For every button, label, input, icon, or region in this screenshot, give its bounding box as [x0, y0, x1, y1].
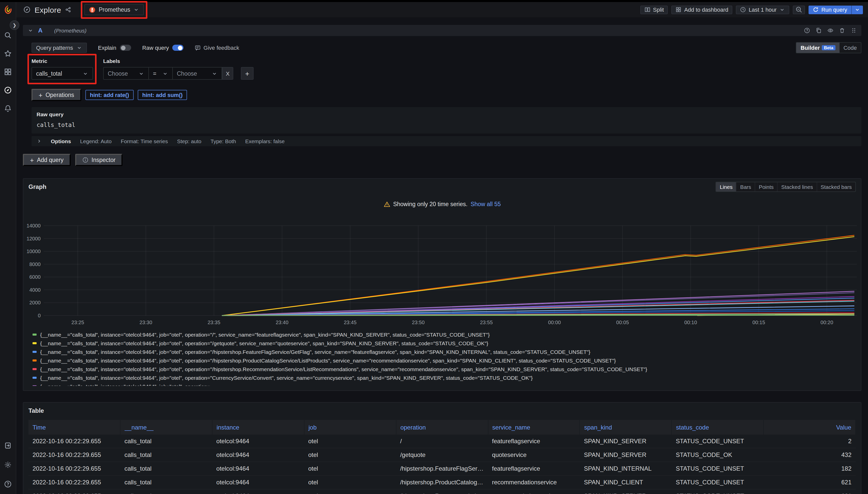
- column-header-instance[interactable]: instance: [212, 420, 304, 435]
- legend-item[interactable]: {__name__="calls_total", instance="otelc…: [33, 382, 856, 386]
- sidebar-expand-button[interactable]: ❯: [10, 20, 19, 30]
- cell-span-kind: SPAN_KIND_INTERNAL: [580, 462, 672, 475]
- grafana-logo-icon[interactable]: [3, 4, 13, 15]
- share-icon[interactable]: [65, 6, 71, 13]
- cell-status-code: STATUS_CODE_UNSET: [672, 475, 764, 489]
- run-query-button[interactable]: Run query: [809, 5, 863, 14]
- legend-item[interactable]: {__name__="calls_total", instance="otelc…: [33, 373, 856, 382]
- run-query-main[interactable]: Run query: [809, 5, 851, 14]
- run-query-dropdown[interactable]: [851, 5, 863, 14]
- graph-mode-points[interactable]: Points: [755, 182, 778, 191]
- column-header-span-kind[interactable]: span_kind: [580, 420, 672, 435]
- add-to-dashboard-button[interactable]: Add to dashboard: [672, 5, 733, 14]
- y-axis-label: 10000: [26, 248, 41, 254]
- tab-builder[interactable]: Builder Beta: [797, 43, 839, 53]
- hint-add-sum-button[interactable]: hint: add sum(): [138, 90, 187, 100]
- legend-color-swatch: [33, 368, 37, 370]
- graph-mode-bars[interactable]: Bars: [737, 182, 755, 191]
- chevron-down-icon: [82, 70, 88, 76]
- query-patterns-button[interactable]: Query patterns: [32, 43, 87, 53]
- series-limit-warning: Showing only 20 time series. Show all 55: [29, 200, 856, 208]
- add-label-button[interactable]: +: [241, 67, 254, 80]
- legend-item[interactable]: {__name__="calls_total", instance="otelc…: [33, 339, 856, 347]
- operations-label: Operations: [46, 92, 74, 98]
- cell-status-code: STATUS_CODE_UNSET: [672, 489, 764, 494]
- sign-in-icon[interactable]: [4, 442, 12, 449]
- help-icon[interactable]: [4, 480, 12, 488]
- table-body: 2022-10-16 00:22:29.655calls_totalotelco…: [29, 435, 855, 494]
- query-row-header[interactable]: A (Prometheus): [23, 25, 862, 36]
- add-operation-button[interactable]: + Operations: [32, 89, 81, 101]
- table-row: 2022-10-16 00:22:29.655calls_totalotelco…: [29, 489, 855, 494]
- column-header-operation[interactable]: operation: [396, 420, 488, 435]
- metric-block: Metric calls_total: [32, 58, 93, 80]
- add-to-dashboard-label: Add to dashboard: [684, 6, 728, 13]
- collapse-chevron-icon[interactable]: [28, 27, 34, 34]
- sidebar-nav: [4, 32, 12, 112]
- column-header-status-code[interactable]: status_code: [672, 420, 764, 435]
- remove-label-button[interactable]: X: [222, 67, 233, 80]
- add-query-button[interactable]: + Add query: [23, 154, 71, 166]
- legend-item[interactable]: {__name__="calls_total", instance="otelc…: [33, 347, 856, 356]
- datasource-picker[interactable]: Prometheus: [85, 4, 144, 15]
- legend-item[interactable]: {__name__="calls_total", instance="otelc…: [33, 356, 856, 364]
- column-header-value[interactable]: Value: [763, 420, 855, 435]
- query-row-actions: [804, 27, 857, 34]
- tab-code[interactable]: Code: [839, 43, 861, 53]
- plus-icon: +: [30, 156, 34, 164]
- legend-item[interactable]: {__name__="calls_total", instance="otelc…: [33, 330, 856, 339]
- drag-handle-icon[interactable]: [851, 27, 857, 34]
- show-all-series-link[interactable]: Show all 55: [471, 201, 501, 207]
- graph-mode-lines[interactable]: Lines: [716, 182, 737, 191]
- chart-series-line[interactable]: [222, 315, 854, 316]
- column-header--name-[interactable]: __name__: [121, 420, 213, 435]
- settings-gear-icon[interactable]: [4, 461, 12, 469]
- y-axis-label: 2000: [30, 300, 41, 305]
- graph-mode-stacked-lines[interactable]: Stacked lines: [778, 182, 817, 191]
- metric-select[interactable]: calls_total: [32, 67, 93, 80]
- star-icon[interactable]: [4, 50, 12, 57]
- zoom-out-button[interactable]: [793, 5, 805, 14]
- explain-toggle[interactable]: [120, 45, 131, 51]
- explore-toolbar: Explore Prometheus Split A: [16, 2, 868, 17]
- remove-query-trash-icon[interactable]: [839, 27, 845, 34]
- give-feedback-link[interactable]: Give feedback: [195, 45, 239, 51]
- legend-item[interactable]: {__name__="calls_total", instance="otelc…: [33, 364, 856, 373]
- column-header-job[interactable]: job: [304, 420, 396, 435]
- query-ref-id: A: [38, 27, 42, 34]
- time-range-picker[interactable]: Last 1 hour: [736, 5, 789, 14]
- dashboards-icon[interactable]: [4, 68, 12, 76]
- cell-operation: /hipstershop.FeatureFlagService/GetFlag: [396, 462, 488, 475]
- duplicate-query-icon[interactable]: [816, 27, 822, 34]
- label-operator-select[interactable]: =: [149, 67, 173, 80]
- split-button[interactable]: Split: [640, 5, 668, 14]
- alerting-bell-icon[interactable]: [4, 104, 12, 112]
- raw-query-toggle[interactable]: [173, 45, 184, 51]
- query-help-icon[interactable]: [804, 27, 810, 34]
- zoom-out-icon: [795, 6, 802, 13]
- disable-query-eye-icon[interactable]: [827, 27, 833, 34]
- cell-time: 2022-10-16 00:22:29.655: [29, 489, 121, 494]
- query-option-item: Legend: Auto: [80, 138, 111, 144]
- cell--name-: calls_total: [121, 489, 213, 494]
- label-key-placeholder: Choose: [108, 70, 128, 76]
- search-icon[interactable]: [4, 32, 12, 39]
- column-header-service-name[interactable]: service_name: [488, 420, 580, 435]
- label-value-select[interactable]: Choose: [173, 67, 222, 80]
- labels-controls: Choose = Choose X +: [103, 67, 254, 80]
- x-axis-label: 00:10: [684, 320, 697, 325]
- query-options-row[interactable]: Options Legend: AutoFormat: Time seriesS…: [32, 136, 862, 146]
- label-key-select[interactable]: Choose: [103, 67, 149, 80]
- operations-row: + Operations hint: add rate() hint: add …: [32, 89, 862, 101]
- time-series-chart[interactable]: 0200040006000800010000120001400023:2523:…: [29, 221, 862, 329]
- graph-mode-stacked-bars[interactable]: Stacked bars: [817, 182, 855, 191]
- hint-add-rate-button[interactable]: hint: add rate(): [85, 90, 134, 100]
- explore-compass-icon[interactable]: [4, 86, 12, 94]
- inspector-button[interactable]: Inspector: [75, 154, 123, 166]
- cell-span-kind: SPAN_KIND_SERVER: [580, 435, 672, 448]
- table-row: 2022-10-16 00:22:29.655calls_totalotelco…: [29, 475, 855, 489]
- column-header-time[interactable]: Time: [29, 420, 121, 435]
- legend-label: {__name__="calls_total", instance="otelc…: [40, 331, 490, 337]
- cell-service-name: quoteservice: [488, 448, 580, 462]
- cell-status-code: STATUS_CODE_UNSET: [672, 435, 764, 448]
